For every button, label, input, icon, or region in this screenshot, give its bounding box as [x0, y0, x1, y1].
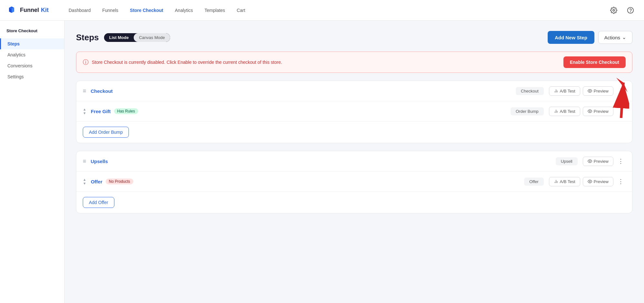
- list-mode-button[interactable]: List Mode: [104, 33, 134, 42]
- sidebar: Store Checkout Steps Analytics Conversio…: [0, 21, 64, 303]
- sidebar-item-analytics[interactable]: Analytics: [0, 49, 64, 60]
- gear-icon: [610, 7, 617, 14]
- upsells-section: ≡ Upsells Upsell Preview ⋮ ▲: [76, 151, 632, 213]
- free-gift-more-button[interactable]: ⋮: [616, 106, 626, 116]
- offer-ab-test-button[interactable]: A/B Test: [549, 177, 580, 186]
- checkout-section: ≡ Checkout Checkout A/B Test Preview: [76, 81, 632, 143]
- help-icon-button[interactable]: [625, 5, 636, 16]
- checkout-ab-test-button[interactable]: A/B Test: [549, 86, 580, 96]
- preview-eye-icon-2: [588, 109, 592, 113]
- alert-left: ⓘ Store Checkout is currently disabled. …: [83, 58, 282, 66]
- add-offer-row: Add Offer: [76, 192, 632, 213]
- logo-funnel-text: Funnel: [20, 7, 39, 14]
- alert-banner: ⓘ Store Checkout is currently disabled. …: [76, 52, 632, 73]
- offer-sort-arrows-icon[interactable]: ▲ ▼: [83, 178, 86, 185]
- ab-test-icon-2: [554, 109, 558, 113]
- mode-toggle: List Mode Canvas Mode: [104, 33, 170, 42]
- enable-store-checkout-button[interactable]: Enable Store Checkout: [563, 56, 626, 68]
- free-gift-preview-button[interactable]: Preview: [583, 107, 613, 116]
- offer-actions: A/B Test Preview ⋮: [549, 177, 626, 186]
- order-bump-type-badge: Order Bump: [511, 107, 544, 115]
- svg-point-0: [613, 9, 615, 11]
- alert-message: Store Checkout is currently disabled. Cl…: [92, 60, 282, 65]
- actions-label: Actions: [604, 35, 620, 40]
- no-products-badge: No Products: [106, 179, 133, 184]
- offer-more-button[interactable]: ⋮: [616, 177, 626, 186]
- svg-point-9: [589, 181, 591, 182]
- upsells-more-button[interactable]: ⋮: [616, 156, 626, 166]
- sort-arrows-icon[interactable]: ▲ ▼: [83, 107, 86, 115]
- checkout-step-name[interactable]: Checkout: [91, 88, 113, 94]
- steps-header: Steps List Mode Canvas Mode Add New Step…: [76, 31, 632, 44]
- upsells-preview-button[interactable]: Preview: [583, 157, 613, 166]
- main-content: Steps List Mode Canvas Mode Add New Step…: [64, 21, 644, 303]
- chevron-down-icon: ⌄: [622, 34, 626, 40]
- sidebar-nav: Steps Analytics Conversions Settings: [0, 38, 64, 82]
- content-wrapper: Steps List Mode Canvas Mode Add New Step…: [76, 31, 632, 213]
- sidebar-item-conversions[interactable]: Conversions: [0, 60, 64, 71]
- top-nav: FunnelKit Dashboard Funnels Store Checko…: [0, 0, 644, 21]
- upsells-row: ≡ Upsells Upsell Preview ⋮: [76, 151, 632, 171]
- checkout-more-button[interactable]: ⋮: [616, 86, 626, 96]
- free-gift-actions: A/B Test Preview ⋮: [549, 106, 626, 116]
- free-gift-row: ▲ ▼ Free Gift Has Rules Order Bump A/B T…: [76, 101, 632, 122]
- page-title: Steps: [76, 33, 99, 43]
- add-offer-button[interactable]: Add Offer: [83, 197, 114, 208]
- nav-right: [608, 5, 636, 16]
- offer-preview-button[interactable]: Preview: [583, 177, 613, 186]
- free-gift-step-name[interactable]: Free Gift: [91, 109, 111, 114]
- ab-test-icon: [554, 89, 558, 93]
- checkout-actions: A/B Test Preview ⋮: [549, 86, 626, 96]
- nav-cart[interactable]: Cart: [232, 6, 250, 15]
- header-actions: Add New Step Actions ⌄: [548, 31, 632, 44]
- upsells-actions: Preview ⋮: [583, 156, 626, 166]
- sidebar-title: Store Checkout: [0, 28, 64, 38]
- add-order-bump-button[interactable]: Add Order Bump: [83, 127, 129, 138]
- help-icon: [627, 7, 634, 14]
- offer-row: ▲ ▼ Offer No Products Offer A/B Test: [76, 171, 632, 192]
- actions-button[interactable]: Actions ⌄: [598, 31, 632, 44]
- logo: FunnelKit: [8, 5, 49, 15]
- canvas-mode-button[interactable]: Canvas Mode: [134, 33, 170, 42]
- checkout-preview-button[interactable]: Preview: [583, 86, 613, 96]
- free-gift-ab-test-button[interactable]: A/B Test: [549, 107, 580, 116]
- svg-point-8: [589, 161, 591, 162]
- drag-handle-icon: ≡: [83, 88, 86, 94]
- svg-point-6: [589, 90, 591, 92]
- nav-links: Dashboard Funnels Store Checkout Analyti…: [64, 6, 598, 15]
- preview-eye-icon-4: [588, 179, 592, 184]
- svg-point-7: [589, 111, 591, 112]
- offer-step-name[interactable]: Offer: [91, 179, 102, 184]
- preview-eye-icon: [588, 89, 592, 93]
- ab-test-icon-3: [554, 179, 558, 184]
- nav-analytics[interactable]: Analytics: [170, 6, 197, 15]
- add-new-step-button[interactable]: Add New Step: [548, 31, 594, 44]
- checkout-row: ≡ Checkout Checkout A/B Test Preview: [76, 81, 632, 101]
- settings-icon-button[interactable]: [608, 5, 620, 16]
- nav-templates[interactable]: Templates: [200, 6, 230, 15]
- logo-kit-text: Kit: [41, 7, 49, 14]
- add-order-bump-row: Add Order Bump: [76, 122, 632, 143]
- checkout-type-badge: Checkout: [516, 87, 544, 95]
- alert-info-icon: ⓘ: [83, 58, 89, 66]
- nav-store-checkout[interactable]: Store Checkout: [125, 6, 168, 15]
- sidebar-item-settings[interactable]: Settings: [0, 71, 64, 82]
- preview-eye-icon-3: [588, 159, 592, 163]
- nav-funnels[interactable]: Funnels: [98, 6, 123, 15]
- upsells-step-name[interactable]: Upsells: [91, 159, 108, 164]
- sidebar-item-steps[interactable]: Steps: [0, 38, 64, 49]
- upsells-drag-icon: ≡: [83, 158, 86, 165]
- offer-type-badge: Offer: [524, 178, 544, 186]
- nav-dashboard[interactable]: Dashboard: [64, 6, 95, 15]
- has-rules-badge: Has Rules: [114, 108, 138, 114]
- upsell-type-badge: Upsell: [556, 157, 578, 165]
- main-layout: Store Checkout Steps Analytics Conversio…: [0, 21, 644, 303]
